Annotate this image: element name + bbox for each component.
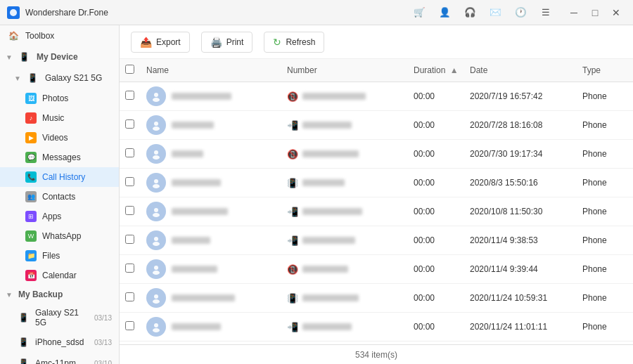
svg-point-13 (154, 266, 158, 270)
row-checkbox-cell[interactable] (120, 82, 141, 111)
row-checkbox-cell[interactable] (120, 313, 141, 342)
row-checkbox-cell[interactable] (120, 226, 141, 255)
sidebar-backup-galaxy-s21[interactable]: 📱 Galaxy S21 5G 03/13 (0, 304, 119, 332)
mail-icon[interactable]: ✉️ (485, 4, 505, 21)
table-row[interactable]: 📲 00:00 2020/11/24 11:01:11 Phone (120, 313, 633, 342)
name-cell (141, 140, 281, 169)
sidebar-item-apps[interactable]: ⊞ Apps (0, 207, 119, 226)
number-cell: 📲 (281, 313, 408, 342)
export-button[interactable]: 📤 Export (131, 32, 190, 53)
apps-icon: ⊞ (25, 211, 37, 222)
name-cell (141, 82, 281, 111)
sidebar-item-videos[interactable]: ▶ Videos (0, 128, 119, 148)
row-checkbox[interactable] (125, 321, 134, 330)
row-checkbox[interactable] (125, 148, 134, 157)
content-area: 📤 Export 🖨️ Print ↻ Refresh (120, 25, 633, 364)
minimize-button[interactable]: ─ (564, 4, 584, 21)
contact-name (172, 266, 217, 273)
sidebar-item-contacts[interactable]: 👥 Contacts (0, 187, 119, 207)
galaxy-icon: 📱 (27, 72, 39, 84)
table-row[interactable]: 📳 00:00 2020/8/3 15:50:16 Phone (120, 169, 633, 197)
row-checkbox[interactable] (125, 292, 134, 301)
row-checkbox-cell[interactable] (120, 111, 141, 140)
type-cell: Phone (577, 284, 633, 313)
type-cell: Phone (577, 313, 633, 342)
type-cell: Phone (577, 82, 633, 111)
row-checkbox-cell[interactable] (120, 284, 141, 313)
sidebar-backup-iphone-sdsd[interactable]: 📱 iPhone_sdsd 03/13 (0, 332, 119, 353)
table-row[interactable]: 📲 00:00 2020/11/4 9:38:53 Phone (120, 226, 633, 255)
date-cell: 2020/7/30 19:17:34 (464, 140, 577, 169)
row-checkbox-cell[interactable] (120, 255, 141, 284)
header-date[interactable]: Date (464, 59, 577, 82)
row-checkbox[interactable] (125, 91, 134, 100)
row-checkbox[interactable] (125, 235, 134, 244)
header-duration[interactable]: Duration ▲ (408, 59, 464, 82)
row-checkbox[interactable] (125, 264, 134, 273)
number-cell: 📳 (281, 284, 408, 313)
call-type-icon: 📳 (287, 178, 298, 188)
status-bar: 534 item(s) (120, 344, 633, 364)
print-button[interactable]: 🖨️ Print (201, 32, 253, 53)
history-icon[interactable]: 🕐 (511, 4, 530, 21)
sidebar: 🏠 Toolbox ▼ 📱 My Device ▼ 📱 Galaxy S21 5… (0, 25, 120, 364)
sidebar-item-calendar[interactable]: 📅 Calendar (0, 266, 119, 285)
row-checkbox-cell[interactable] (120, 169, 141, 197)
music-icon: ♪ (25, 112, 37, 124)
row-checkbox[interactable] (125, 119, 134, 129)
device-icon: 📱 (18, 51, 31, 63)
call-type-icon: 📲 (287, 120, 298, 131)
header-checkbox[interactable] (120, 59, 141, 82)
svg-point-17 (154, 323, 158, 327)
contact-name (172, 323, 221, 330)
sidebar-item-files[interactable]: 📁 Files (0, 246, 119, 266)
avatar (146, 230, 166, 250)
call-history-table: Name Number Duration ▲ Date (120, 59, 633, 342)
sidebar-item-music[interactable]: ♪ Music (0, 108, 119, 128)
sidebar-device-name[interactable]: ▼ 📱 Galaxy S21 5G (0, 67, 119, 89)
sidebar-item-toolbox[interactable]: 🏠 Toolbox (0, 25, 119, 46)
svg-point-5 (154, 150, 158, 155)
table-row[interactable]: 📲 00:00 2020/7/28 18:16:08 Phone (120, 111, 633, 140)
row-checkbox-cell[interactable] (120, 197, 141, 226)
refresh-button[interactable]: ↻ Refresh (264, 32, 324, 53)
toolbox-icon: 🏠 (7, 30, 20, 42)
maximize-button[interactable]: □ (585, 4, 605, 21)
table-row[interactable]: 📲 00:00 2020/10/8 11:50:30 Phone (120, 197, 633, 226)
sidebar-item-call-history[interactable]: 📞 Call History (0, 167, 119, 187)
sidebar-item-photos[interactable]: 🖼 Photos (0, 89, 119, 108)
row-checkbox[interactable] (125, 206, 134, 215)
table-row[interactable]: 📵 00:00 2020/7/19 16:57:42 Phone (120, 82, 633, 111)
phone-number (302, 93, 366, 100)
avatar (146, 144, 166, 164)
header-type[interactable]: Type (577, 59, 633, 82)
row-checkbox[interactable] (125, 177, 134, 186)
backup-phone-icon-3: 📱 (17, 357, 30, 364)
call-type-icon: 📵 (287, 91, 298, 102)
table-area: Name Number Duration ▲ Date (120, 59, 633, 344)
sidebar-item-whatsapp[interactable]: W WhatsApp (0, 226, 119, 246)
headset-icon[interactable]: 🎧 (460, 4, 480, 21)
cart-icon[interactable]: 🛒 (409, 4, 429, 21)
call-type-icon: 📲 (287, 207, 298, 217)
table-row[interactable]: 📳 00:00 2020/11/24 10:59:31 Phone (120, 284, 633, 313)
name-cell (141, 255, 281, 284)
user-icon[interactable]: 👤 (435, 4, 454, 21)
contact-name (172, 179, 221, 186)
menu-icon[interactable]: ☰ (536, 4, 556, 21)
backup-phone-icon-2: 📱 (17, 336, 30, 349)
table-row[interactable]: 📵 00:00 2020/11/4 9:39:44 Phone (120, 255, 633, 284)
whatsapp-icon: W (25, 230, 37, 242)
header-number[interactable]: Number (281, 59, 408, 82)
svg-point-3 (154, 122, 158, 126)
header-name[interactable]: Name (141, 59, 281, 82)
select-all-checkbox[interactable] (125, 65, 134, 74)
sidebar-my-backup: ▼ My Backup (0, 285, 119, 304)
sidebar-item-messages[interactable]: 💬 Messages (0, 148, 119, 167)
svg-point-2 (153, 98, 160, 102)
close-button[interactable]: ✕ (606, 4, 626, 21)
table-row[interactable]: 📵 00:00 2020/7/30 19:17:34 Phone (120, 140, 633, 169)
row-checkbox-cell[interactable] (120, 140, 141, 169)
phone-number (302, 294, 359, 301)
sidebar-backup-amc[interactable]: 📱 Amc-11pm 03/10 (0, 353, 119, 364)
